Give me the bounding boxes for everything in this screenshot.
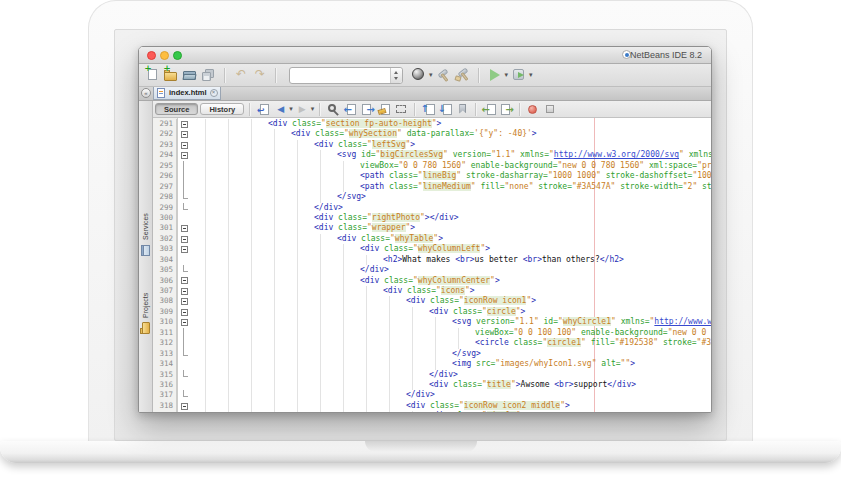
browser-config-icon[interactable] (411, 67, 427, 83)
code-line[interactable]: 318<div class="iconRow icon2 middle"> (153, 401, 711, 411)
find-previous-icon[interactable]: ← (343, 102, 358, 117)
code-text[interactable]: <div class="whyColumnCenter"> (191, 276, 711, 286)
save-all-icon[interactable] (201, 67, 217, 83)
undo-icon[interactable]: ↶ (233, 67, 249, 83)
code-text[interactable]: </div> (191, 265, 711, 275)
code-line[interactable]: 314<img src="images/whyIcon1.svg" alt=""… (153, 359, 711, 369)
code-line[interactable]: 316<div class="title">Awsome <br>support… (153, 380, 711, 390)
stop-macro-icon[interactable] (543, 102, 558, 117)
code-line[interactable]: 317</div> (153, 390, 711, 400)
code-line[interactable]: 313</svg> (153, 349, 711, 359)
code-text[interactable]: <img src="images/whyIcon1.svg" alt=""> (191, 359, 711, 369)
new-project-icon[interactable]: + (163, 67, 179, 83)
sidebar-item-services[interactable]: Services (140, 196, 152, 256)
redo-icon[interactable]: ↷ (252, 67, 268, 83)
code-line[interactable]: 308<div class="iconRow icon1"> (153, 296, 711, 306)
run-project-icon[interactable] (487, 67, 503, 83)
code-line[interactable]: 296<path class="lineBig" stroke-dasharra… (153, 171, 711, 181)
fold-box-icon[interactable] (177, 140, 191, 150)
fold-box-icon[interactable] (177, 129, 191, 139)
debug-project-icon[interactable] (511, 67, 527, 83)
open-project-icon[interactable] (182, 67, 198, 83)
code-line[interactable]: 319<div class="circle"> (153, 411, 711, 412)
minimize-window-button[interactable] (160, 51, 169, 60)
record-macro-icon[interactable] (526, 102, 541, 117)
fold-box-icon[interactable] (177, 223, 191, 233)
zoom-window-button[interactable] (173, 51, 182, 60)
find-next-icon[interactable]: → (360, 102, 375, 117)
code-line[interactable]: 310<svg version="1.1" id="whyCircle1" xm… (153, 317, 711, 327)
code-text[interactable]: <div class="icons"> (191, 286, 711, 296)
window-group-button[interactable]: « (141, 88, 151, 98)
code-text[interactable]: <div class="whyColumnLeft"> (191, 244, 711, 254)
fold-box-icon[interactable] (177, 234, 191, 244)
fold-box-icon[interactable] (177, 411, 191, 412)
find-icon[interactable] (326, 102, 341, 117)
code-text[interactable]: <div class="whySection" data-parallax='{… (191, 129, 711, 139)
clean-build-icon[interactable] (455, 67, 471, 83)
combo-stepper-icon[interactable] (390, 68, 402, 83)
code-text[interactable]: <div class="whyTable"> (191, 234, 711, 244)
dropdown-caret-icon[interactable]: ▾ (311, 101, 315, 117)
jump-forward-icon[interactable]: ▶ (295, 102, 310, 117)
dropdown-caret-icon[interactable]: ▾ (529, 67, 533, 83)
next-bookmark-icon[interactable]: ↓ (438, 102, 453, 117)
code-text[interactable]: <div class="circle"> (191, 307, 711, 317)
toggle-bookmark-icon[interactable] (455, 102, 470, 117)
code-line[interactable]: 299</div> (153, 203, 711, 213)
shift-left-icon[interactable]: ← (482, 102, 497, 117)
code-text[interactable]: <div class="circle"> (191, 411, 711, 412)
history-view-button[interactable]: History (200, 103, 244, 115)
code-line[interactable]: 298</svg> (153, 192, 711, 202)
code-text[interactable]: <div class="section fp-auto-height"> (191, 119, 711, 129)
fold-box-icon[interactable] (177, 244, 191, 254)
fold-box-icon[interactable] (177, 296, 191, 306)
shift-right-icon[interactable]: → (499, 102, 514, 117)
code-line[interactable]: 293<div class="leftSvg"> (153, 140, 711, 150)
title-bar[interactable]: NetBeans IDE 8.2 (139, 47, 711, 64)
code-text[interactable]: </svg> (191, 349, 711, 359)
fold-box-icon[interactable] (177, 119, 191, 129)
code-line[interactable]: 309<div class="circle"> (153, 307, 711, 317)
code-line[interactable]: 306<div class="whyColumnCenter"> (153, 276, 711, 286)
code-text[interactable]: <circle class="circle1" fill="#192538" s… (191, 338, 711, 348)
dropdown-caret-icon[interactable]: ▾ (505, 67, 509, 83)
code-text[interactable]: </div> (191, 203, 711, 213)
code-text[interactable]: <div class="wrapper"> (191, 223, 711, 233)
code-line[interactable]: 292<div class="whySection" data-parallax… (153, 129, 711, 139)
code-text[interactable]: </div> (191, 390, 711, 400)
rect-selection-icon[interactable] (394, 102, 409, 117)
jump-back-icon[interactable]: ◀ (273, 102, 288, 117)
code-line[interactable]: 311viewBox="0 0 100 100" enable-backgrou… (153, 328, 711, 338)
code-text[interactable]: <path class="lineBig" stroke-dasharray="… (191, 171, 711, 181)
code-editor[interactable]: 291<div class="section fp-auto-height">2… (153, 118, 711, 412)
fold-box-icon[interactable] (177, 317, 191, 327)
code-line[interactable]: 297<path class="lineMedium" fill="none" … (153, 182, 711, 192)
source-view-button[interactable]: Source (155, 103, 198, 115)
code-text[interactable]: viewBox="0 0 100 100" enable-background=… (191, 328, 711, 338)
code-line[interactable]: 300<div class="rightPhoto"></div> (153, 213, 711, 223)
dropdown-caret-icon[interactable]: ▾ (429, 67, 433, 83)
code-line[interactable]: 304<h2>What makes <br>us better <br>than… (153, 255, 711, 265)
tab-close-icon[interactable]: × (210, 89, 218, 97)
fold-box-icon[interactable] (177, 276, 191, 286)
code-line[interactable]: 295viewBox="0 0 780 1560" enable-backgro… (153, 161, 711, 171)
code-text[interactable]: <svg version="1.1" id="whyCircle1" xmlns… (191, 317, 711, 327)
code-line[interactable]: 315</div> (153, 370, 711, 380)
code-text[interactable]: <div class="rightPhoto"></div> (191, 213, 711, 223)
code-text[interactable]: <svg id="bigCirclesSvg" version="1.1" xm… (191, 150, 711, 160)
close-window-button[interactable] (147, 51, 156, 60)
code-text[interactable]: <div class="title">Awsome <br>support</d… (191, 380, 711, 390)
code-line[interactable]: 312<circle class="circle1" fill="#192538… (153, 338, 711, 348)
code-text[interactable]: </svg> (191, 192, 711, 202)
code-line[interactable]: 294<svg id="bigCirclesSvg" version="1.1"… (153, 150, 711, 160)
fold-box-icon[interactable] (177, 401, 191, 411)
configuration-combo[interactable] (289, 67, 403, 84)
dropdown-caret-icon[interactable]: ▾ (289, 101, 293, 117)
toggle-highlight-icon[interactable] (377, 102, 392, 117)
code-line[interactable]: 301<div class="wrapper"> (153, 223, 711, 233)
code-line[interactable]: 291<div class="section fp-auto-height"> (153, 119, 711, 129)
code-line[interactable]: 303<div class="whyColumnLeft"> (153, 244, 711, 254)
fold-box-icon[interactable] (177, 286, 191, 296)
tab-index-html[interactable]: index.html × (153, 87, 221, 100)
